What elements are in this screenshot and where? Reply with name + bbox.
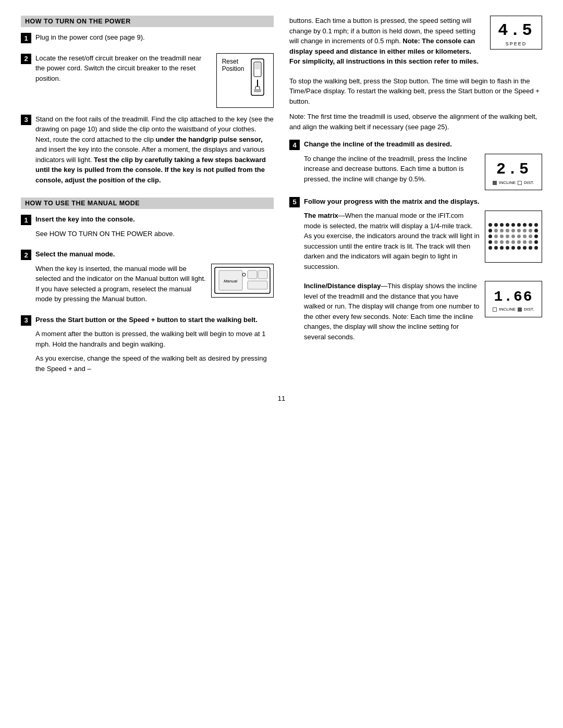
dist-label-5: DIST.	[524, 307, 534, 312]
svg-point-9	[242, 273, 246, 276]
incline-dist-text: Incline/Distance display—This display sh…	[304, 281, 480, 346]
top-para: buttons. Each time a button is pressed, …	[289, 16, 484, 67]
manual-step-1-sub: See HOW TO TURN ON THE POWER above.	[35, 229, 274, 239]
manual-step-3-text2: As you exercise, change the speed of the…	[35, 353, 274, 374]
manual-step-1-content: Insert the key into the console. See HOW…	[35, 214, 274, 243]
incline-display-step4: 2.5 INCLINE DIST.	[485, 154, 542, 190]
manual-step-3: 3 Press the Start button or the Speed + …	[21, 315, 274, 378]
manual-step-num-3: 3	[21, 315, 31, 326]
manual-console-svg: Manual	[214, 266, 271, 295]
para2: Note: The first time the treadmill is us…	[289, 112, 542, 132]
step-1-content: Plug in the power cord (see page 9).	[35, 32, 274, 47]
matrix-para: The matrix—When the manual mode or the i…	[304, 211, 480, 272]
step-3-para: Stand on the foot rails of the treadmill…	[35, 114, 274, 186]
section-header-manual: HOW TO USE THE MANUAL MODE	[21, 198, 274, 209]
manual-step-1: 1 Insert the key into the console. See H…	[21, 214, 274, 243]
matrix-text: The matrix—When the manual mode or the i…	[304, 211, 480, 276]
matrix-image	[485, 211, 542, 263]
step-5: 5 Follow your progress with the matrix a…	[289, 196, 542, 347]
incline-display-step5: 1.66 INCLINE DIST.	[485, 281, 542, 317]
step-2-para: Locate the reset/off circuit breaker on …	[35, 53, 211, 84]
incline-digit-5: 1.66	[489, 286, 537, 306]
step-num-1: 1	[21, 33, 31, 43]
speed-display-image: 4.5 SPEED	[490, 16, 542, 50]
svg-rect-11	[258, 270, 267, 279]
incline-digit-4: 2.5	[492, 157, 535, 179]
section-how-to-power: HOW TO TURN ON THE POWER 1 Plug in the p…	[21, 16, 274, 189]
step-3-bold: under the handgrip pulse sensor,	[156, 135, 263, 143]
step-5-content: Follow your progress with the matrix and…	[304, 196, 542, 347]
step-4-text: To change the incline of the treadmill, …	[304, 154, 480, 189]
dist-indicator-5	[518, 307, 522, 312]
incline-label-5: INCLINE	[499, 307, 516, 312]
manual-step-1-text: Insert the key into the console.	[35, 214, 274, 225]
step-num-4: 4	[289, 140, 300, 150]
reset-label-2: Position	[222, 65, 244, 72]
step-2-text: Locate the reset/off circuit breaker on …	[35, 53, 211, 88]
manual-step-3-label: Press the Start button or the Speed + bu…	[35, 315, 274, 325]
manual-step-3-content: Press the Start button or the Speed + bu…	[35, 315, 274, 378]
step-num-3: 3	[21, 115, 31, 125]
speed-digit: 4.5	[494, 18, 538, 41]
incline-indicator	[493, 181, 497, 185]
svg-rect-10	[248, 270, 257, 279]
manual-step-2: 2 Select the manual mode. When the key i…	[21, 249, 274, 309]
right-column: buttons. Each time a button is pressed, …	[289, 16, 542, 384]
step-3-content: Stand on the foot rails of the treadmill…	[35, 114, 274, 190]
incline-dist-para: Incline/Distance display—This display sh…	[304, 281, 480, 342]
section-manual-mode: HOW TO USE THE MANUAL MODE 1 Insert the …	[21, 198, 274, 378]
top-text-block: buttons. Each time a button is pressed, …	[289, 16, 484, 71]
step-1-power: 1 Plug in the power cord (see page 9).	[21, 32, 274, 47]
step-num-2: 2	[21, 54, 31, 64]
reset-position-image: Reset Position	[216, 53, 274, 108]
manual-step-num-2: 2	[21, 250, 31, 260]
reset-label-1: Reset	[222, 58, 244, 65]
step-2-content: Locate the reset/off circuit breaker on …	[35, 53, 274, 108]
matrix-grid	[484, 219, 543, 255]
incline-indicator-5	[493, 307, 497, 312]
step-4-content: Change the incline of the treadmill as d…	[304, 139, 542, 190]
para1: To stop the walking belt, press the Stop…	[289, 76, 542, 107]
step-4-para: To change the incline of the treadmill, …	[304, 154, 480, 184]
svg-rect-12	[248, 281, 267, 289]
incline-dist-section: Incline/Distance display—This display sh…	[304, 281, 542, 346]
step-5-label: Follow your progress with the matrix and…	[304, 196, 542, 207]
circuit-breaker-drawing	[247, 58, 268, 97]
manual-step-num-1: 1	[21, 215, 31, 225]
manual-step-2-para: When the key is inserted, the manual mod…	[35, 264, 206, 304]
step-3-power: 3 Stand on the foot rails of the treadmi…	[21, 114, 274, 190]
incline-footer-4: INCLINE DIST.	[491, 179, 536, 186]
svg-text:Manual: Manual	[224, 279, 237, 283]
left-column: HOW TO TURN ON THE POWER 1 Plug in the p…	[21, 16, 274, 384]
dist-label-4: DIST.	[524, 180, 534, 185]
top-section: buttons. Each time a button is pressed, …	[289, 16, 542, 71]
manual-step-2-label: Select the manual mode.	[35, 249, 274, 260]
svg-rect-5	[254, 89, 261, 92]
manual-step-3-text: A moment after the button is pressed, th…	[35, 329, 274, 349]
step-4-label: Change the incline of the treadmill as d…	[304, 139, 542, 150]
step-2-power: 2 Locate the reset/off circuit breaker o…	[21, 53, 274, 108]
step-4: 4 Change the incline of the treadmill as…	[289, 139, 542, 190]
step-1-text: Plug in the power cord (see page 9).	[35, 32, 274, 43]
svg-rect-2	[255, 63, 260, 69]
manual-button-image: Manual	[211, 264, 274, 298]
incline-label-4: INCLINE	[499, 180, 516, 185]
section-header-power: HOW TO TURN ON THE POWER	[21, 16, 274, 27]
dist-indicator	[518, 181, 522, 185]
manual-step-2-text: When the key is inserted, the manual mod…	[35, 264, 206, 309]
manual-step-2-content: Select the manual mode. When the key is …	[35, 249, 274, 309]
step-num-5: 5	[289, 197, 300, 207]
incline-footer-5: INCLINE DIST.	[491, 306, 536, 313]
speed-label: SPEED	[506, 41, 527, 48]
page-number: 11	[21, 394, 542, 402]
matrix-section: The matrix—When the manual mode or the i…	[304, 211, 542, 276]
